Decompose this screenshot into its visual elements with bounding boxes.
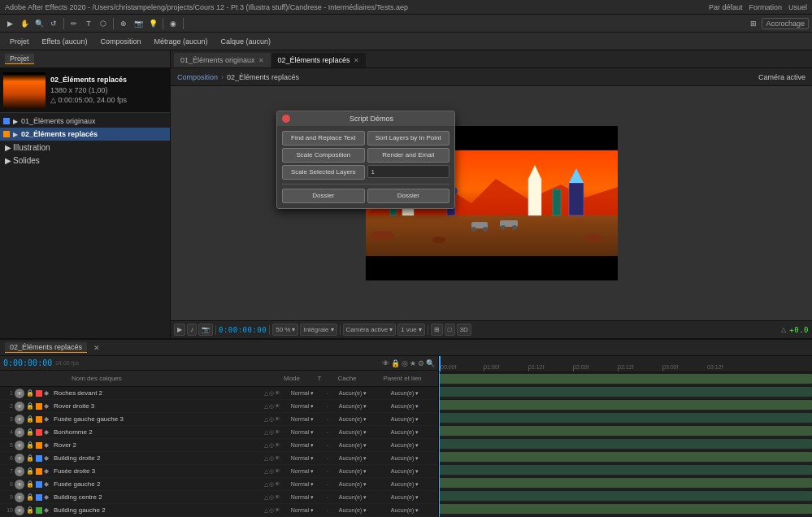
toolbar-rotate[interactable]: ↺ <box>47 17 60 30</box>
menu-effets[interactable]: Effets (aucun) <box>36 36 94 47</box>
track-bar-9[interactable] <box>439 478 812 488</box>
project-item-02[interactable]: ▶ 02_Éléments replacés <box>0 128 170 141</box>
camera-dropdown[interactable]: Caméra active ▾ <box>343 324 397 336</box>
layer-lock-10[interactable]: 🔒 <box>26 506 34 514</box>
layer-icon-b[interactable]: ◎ <box>269 468 274 475</box>
track-bar-5[interactable] <box>439 426 812 436</box>
current-time[interactable]: 0:00:00:00 <box>219 326 267 334</box>
playhead[interactable] <box>439 356 441 371</box>
timeline-tab[interactable]: 02_Éléments replacés <box>5 342 87 353</box>
snapping-label[interactable]: Accrochage <box>762 18 809 29</box>
layer-icon-a[interactable]: △ <box>264 390 268 397</box>
layer-lock-3[interactable]: 🔒 <box>26 415 34 423</box>
toolbar-type[interactable]: T <box>82 17 95 30</box>
tl-lock-icon[interactable]: 🔒 <box>391 359 400 367</box>
toolbar-light[interactable]: 💡 <box>146 17 159 30</box>
layer-vis-9[interactable]: 👁 <box>15 493 24 502</box>
toolbar-anchor[interactable]: ⊕ <box>117 17 130 30</box>
toolbar-camera[interactable]: 📷 <box>132 17 145 30</box>
layer-icon-b[interactable]: ◎ <box>269 507 274 514</box>
layer-icon-a[interactable]: △ <box>264 468 268 475</box>
dialog-folder-2[interactable]: Dossier <box>367 189 450 203</box>
layer-row-1[interactable]: 1 👁 🔒 ◆ Roches devant 2 △ ◎ 👁 Normal ▾ -… <box>0 387 438 400</box>
layer-row-7[interactable]: 7 👁 🔒 ◆ Fusée droite 3 △ ◎ 👁 Normal ▾ - … <box>0 465 438 478</box>
comp-tab-02-close[interactable]: ✕ <box>354 57 359 64</box>
layer-lock-2[interactable]: 🔒 <box>26 402 34 410</box>
project-tab[interactable]: Projet <box>5 54 34 64</box>
toolbar-hand[interactable]: ✋ <box>18 17 31 30</box>
tl-solo-icon[interactable]: ◎ <box>402 359 408 367</box>
layer-lock-6[interactable]: 🔒 <box>26 454 34 462</box>
dialog-btn-scale-layers[interactable]: Scale Selected Layers <box>282 165 365 180</box>
layer-icon-a[interactable]: △ <box>264 455 268 462</box>
layer-icon-a[interactable]: △ <box>264 507 268 514</box>
timeline-close[interactable]: ✕ <box>93 344 100 352</box>
workspace-formation[interactable]: Formation <box>749 3 782 11</box>
layer-icon-b[interactable]: ◎ <box>269 403 274 410</box>
layer-icon-a[interactable]: △ <box>264 403 268 410</box>
toolbar-puppet[interactable]: ◉ <box>167 17 180 30</box>
layer-icon-a[interactable]: △ <box>264 481 268 488</box>
layer-lock-1[interactable]: 🔒 <box>26 389 34 397</box>
track-bar-1[interactable] <box>439 374 812 384</box>
layer-icon-b[interactable]: ◎ <box>269 416 274 423</box>
layer-lock-5[interactable]: 🔒 <box>26 441 34 449</box>
layer-icon-c[interactable]: 👁 <box>275 481 280 488</box>
layer-vis-8[interactable]: 👁 <box>15 480 24 489</box>
track-bar-10[interactable] <box>439 491 812 501</box>
vc-3d[interactable]: 3D <box>457 324 471 336</box>
workspace-default[interactable]: Par défaut <box>709 3 743 11</box>
layer-row-10[interactable]: 10 👁 🔒 ◆ Building gauche 2 △ ◎ 👁 Normal … <box>0 504 438 517</box>
layer-icon-c[interactable]: 👁 <box>275 468 280 475</box>
layer-lock-7[interactable]: 🔒 <box>26 467 34 475</box>
layer-vis-3[interactable]: 👁 <box>15 415 24 424</box>
comp-tab-01[interactable]: 01_Éléments originaux ✕ <box>174 53 271 67</box>
layer-icon-b[interactable]: ◎ <box>269 481 274 488</box>
vc-snapshot[interactable]: 📷 <box>198 324 213 336</box>
breadcrumb-composition[interactable]: Composition <box>177 73 218 81</box>
dialog-btn-find-replace[interactable]: Find and Replace Text <box>282 131 365 146</box>
project-item-illustration[interactable]: ▶ Illustration <box>0 141 170 154</box>
timeline-current-time[interactable]: 0:00:00:00 <box>3 358 52 367</box>
workspace-switchers[interactable]: Par défaut Formation Usuel <box>709 3 807 11</box>
track-bar-4[interactable] <box>439 413 812 423</box>
tl-settings-icon[interactable]: ⚙ <box>418 359 424 367</box>
view-mode-dropdown[interactable]: Intégrale ▾ <box>300 324 337 336</box>
layer-icon-c[interactable]: 👁 <box>275 416 280 423</box>
layer-icon-a[interactable]: △ <box>264 416 268 423</box>
views-dropdown[interactable]: 1 vue ▾ <box>397 324 425 336</box>
track-bar-2[interactable] <box>439 387 812 397</box>
menu-composition[interactable]: Composition <box>93 36 147 47</box>
workspace-usuel[interactable]: Usuel <box>788 3 807 11</box>
track-bar-11[interactable] <box>439 504 812 514</box>
comp-tab-02[interactable]: 02_Éléments replacés ✕ <box>271 53 366 67</box>
layer-lock-9[interactable]: 🔒 <box>26 493 34 501</box>
tl-shy-icon[interactable]: ★ <box>410 359 416 367</box>
vc-grid[interactable]: ⊞ <box>431 324 443 336</box>
dialog-close-button[interactable] <box>282 115 290 123</box>
layer-icon-b[interactable]: ◎ <box>269 442 274 449</box>
layer-icon-b[interactable]: ◎ <box>269 390 274 397</box>
layer-lock-4[interactable]: 🔒 <box>26 428 34 436</box>
layer-icon-c[interactable]: 👁 <box>275 455 280 462</box>
dialog-btn-render-email[interactable]: Render and Email <box>367 148 450 163</box>
dialog-btn-sort-layers[interactable]: Sort Layers by In Point <box>367 131 450 146</box>
layer-icon-a[interactable]: △ <box>264 442 268 449</box>
layer-lock-8[interactable]: 🔒 <box>26 480 34 488</box>
tl-search-icon[interactable]: 🔍 <box>426 359 435 367</box>
layer-icon-c[interactable]: 👁 <box>275 507 280 514</box>
layer-row-5[interactable]: 5 👁 🔒 ◆ Rover 2 △ ◎ 👁 Normal ▾ - Aucun(e… <box>0 439 438 452</box>
layer-icon-a[interactable]: △ <box>264 429 268 436</box>
layer-icon-c[interactable]: 👁 <box>275 390 280 397</box>
layer-vis-7[interactable]: 👁 <box>15 467 24 476</box>
layer-row-4[interactable]: 4 👁 🔒 ◆ Bonhomme 2 △ ◎ 👁 Normal ▾ - Aucu… <box>0 426 438 439</box>
layer-icon-c[interactable]: 👁 <box>275 429 280 436</box>
dialog-btn-scale-comp[interactable]: Scale Composition <box>282 148 365 163</box>
layer-vis-6[interactable]: 👁 <box>15 454 24 463</box>
layer-vis-2[interactable]: 👁 <box>15 402 24 411</box>
menu-projet[interactable]: Projet <box>3 36 36 47</box>
layer-icon-c[interactable]: 👁 <box>275 494 280 501</box>
project-item-solides[interactable]: ▶ Solides <box>0 154 170 167</box>
layer-row-2[interactable]: 2 👁 🔒 ◆ Rover droite 3 △ ◎ 👁 Normal ▾ - … <box>0 400 438 413</box>
toolbar-snap[interactable]: ⊞ <box>747 17 760 30</box>
